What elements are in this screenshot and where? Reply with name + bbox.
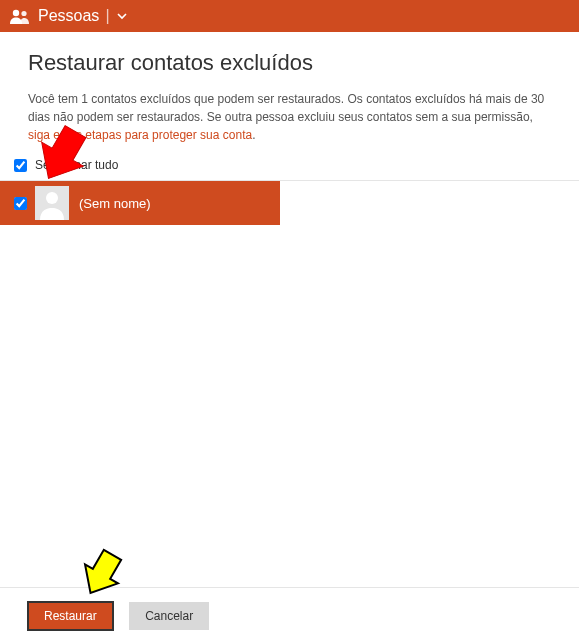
protect-account-link[interactable]: siga estas etapas para proteger sua cont… [28,128,252,142]
main-content: Restaurar contatos excluídos Você tem 1 … [0,32,579,144]
footer-toolbar: Restaurar Cancelar [0,587,579,630]
select-all-checkbox[interactable] [14,159,27,172]
page-title: Restaurar contatos excluídos [28,50,551,76]
svg-point-1 [21,11,26,16]
contact-name: (Sem nome) [79,196,151,211]
description-post: . [252,128,255,142]
avatar [35,186,69,220]
cancel-button[interactable]: Cancelar [129,602,209,630]
contact-row[interactable]: (Sem nome) [0,181,280,225]
select-all-label: Selecionar tudo [35,158,118,172]
svg-point-0 [13,10,19,16]
description-text: Você tem 1 contatos excluídos que podem … [28,90,551,144]
svg-point-3 [46,192,58,204]
chevron-down-icon[interactable] [116,10,128,22]
select-all-row: Selecionar tudo [0,144,579,181]
contact-checkbox[interactable] [14,197,27,210]
restore-button[interactable]: Restaurar [28,602,113,630]
people-icon [10,8,30,24]
app-header: Pessoas | [0,0,579,32]
description-pre: Você tem 1 contatos excluídos que podem … [28,92,544,124]
header-separator: | [105,7,109,25]
header-title: Pessoas [38,7,99,25]
